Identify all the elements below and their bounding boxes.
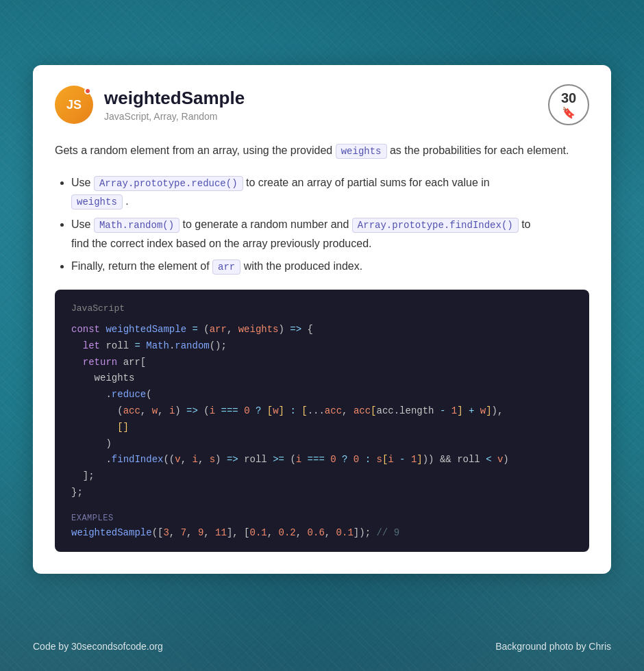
page-subtitle: JavaScript, Array, Random [104, 111, 245, 122]
b1-code2: weights [71, 194, 123, 210]
bullet-2: Use Math.random() to generate a random n… [71, 215, 589, 253]
code-line-5: .reduce( [71, 387, 573, 403]
main-card: JS weightedSample JavaScript, Array, Ran… [33, 65, 611, 574]
bullet-1: Use Array.prototype.reduce() to create a… [71, 173, 589, 212]
code-line-8: ) [71, 436, 573, 453]
examples-label: EXAMPLES [71, 514, 573, 523]
card-header: JS weightedSample JavaScript, Array, Ran… [55, 84, 589, 125]
score-number: 30 [561, 91, 576, 105]
page-title: weightedSample [104, 88, 245, 109]
b1-after: . [125, 195, 128, 207]
code-line-11: }; [71, 485, 573, 501]
description-paragraph: Gets a random element from an array, usi… [55, 142, 589, 160]
bullet-list: Use Array.prototype.reduce() to create a… [55, 173, 589, 276]
b2-before: Use [71, 218, 94, 230]
code-language: JavaScript [71, 303, 573, 314]
code-line-6: (acc, w, i) => (i === 0 ? [w] : [...acc,… [71, 403, 573, 420]
code-line-3: return arr[ [71, 355, 573, 371]
b1-code1: Array.prototype.reduce() [94, 176, 243, 191]
b3-before: Finally, return the element of [71, 260, 212, 272]
b3-after: with the produced index. [244, 260, 362, 272]
score-badge: 30 🔖 [548, 84, 589, 125]
b1-before: Use [71, 177, 94, 188]
code-block: JavaScript const weightedSample = (arr, … [55, 290, 589, 552]
b1-middle: to create an array of partial sums for e… [246, 177, 490, 188]
footer-left: Code by 30secondsofcode.org [33, 641, 163, 652]
desc-text-before: Gets a random element from an array, usi… [55, 144, 332, 156]
score-icon: 🔖 [562, 106, 575, 119]
code-line-1: const weightedSample = (arr, weights) =>… [71, 322, 573, 338]
desc-inline-code: weights [336, 144, 387, 159]
footer-right: Background photo by Chris [495, 641, 611, 652]
example-line: weightedSample([3, 7, 9, 11], [0.1, 0.2,… [71, 527, 573, 538]
code-line-2: let roll = Math.random(); [71, 338, 573, 355]
b3-code1: arr [212, 259, 240, 275]
footer: Code by 30secondsofcode.org Background p… [0, 641, 644, 652]
header-left: JS weightedSample JavaScript, Array, Ran… [55, 86, 245, 124]
desc-text-after: as the probabilities for each element. [390, 144, 569, 156]
logo-text: JS [66, 98, 82, 112]
logo-dot [84, 88, 91, 94]
code-line-4: weights [71, 370, 573, 387]
code-line-10: ]; [71, 468, 573, 485]
b2-code1: Math.random() [94, 218, 179, 233]
b2-middle: to generate a random number and [183, 218, 352, 230]
b2-code2: Array.prototype.findIndex() [352, 218, 519, 233]
logo: JS [55, 86, 93, 124]
header-text: weightedSample JavaScript, Array, Random [104, 88, 245, 121]
bullet-3: Finally, return the element of arr with … [71, 257, 589, 276]
code-line-9: .findIndex((v, i, s) => roll >= (i === 0… [71, 452, 573, 468]
code-line-7: [] [71, 420, 573, 436]
